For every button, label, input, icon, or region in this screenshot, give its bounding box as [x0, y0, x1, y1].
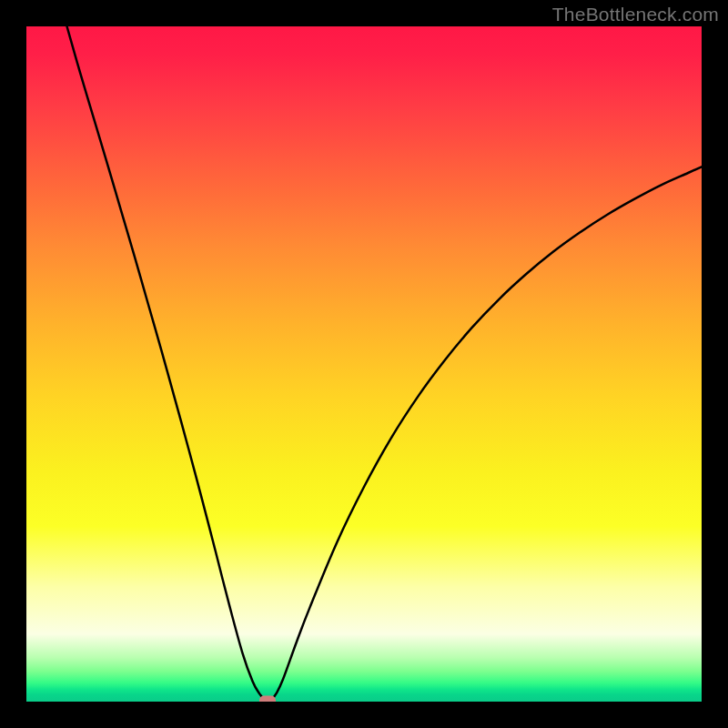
bottleneck-curve [67, 26, 702, 701]
plot-area [26, 26, 702, 702]
chart-frame: TheBottleneck.com [0, 0, 728, 728]
min-marker [259, 696, 276, 702]
watermark-text: TheBottleneck.com [552, 4, 719, 25]
curve-svg [26, 26, 702, 702]
